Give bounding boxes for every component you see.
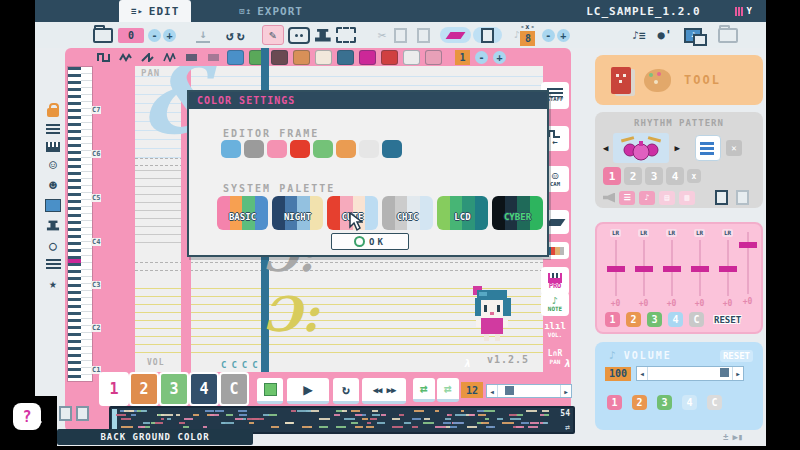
loop-play-button[interactable]: ↻ bbox=[333, 378, 359, 404]
speaker-icon[interactable] bbox=[603, 193, 615, 203]
eraser-instrument-icon[interactable] bbox=[403, 50, 420, 65]
palette-cyber-button[interactable]: CYBER bbox=[492, 196, 543, 230]
volume-track-2-button[interactable]: 2 bbox=[632, 395, 647, 410]
frame-swatch-3[interactable] bbox=[267, 140, 287, 158]
redo-icon[interactable]: ↻ bbox=[237, 26, 245, 44]
volume-track-4-button[interactable]: 4 bbox=[682, 395, 697, 410]
seek-buttons[interactable]: ◀◀▶▶ bbox=[362, 378, 406, 404]
volume-thumb[interactable] bbox=[720, 368, 729, 377]
help-bubble[interactable]: ? bbox=[13, 403, 41, 430]
volume-up-icon[interactable]: ▶ bbox=[732, 367, 743, 380]
pan-slider-track1[interactable]: LR +0 bbox=[605, 229, 626, 308]
rhythm-paste-icon[interactable] bbox=[736, 190, 749, 205]
duck-instrument-icon[interactable] bbox=[293, 50, 310, 65]
bomb-icon[interactable]: ●' bbox=[658, 26, 672, 44]
page-minus-button[interactable]: - bbox=[148, 29, 161, 42]
note-mode-button[interactable]: ♪ NOTE bbox=[541, 292, 569, 316]
grid-minus-button[interactable]: - bbox=[542, 29, 555, 42]
pan-reset-button[interactable]: RESET bbox=[714, 315, 741, 325]
cat-instrument-icon[interactable] bbox=[315, 50, 332, 65]
track-tab-2[interactable]: 2 bbox=[129, 372, 159, 406]
pan-slider-handle[interactable] bbox=[691, 266, 709, 272]
pan-track-1-button[interactable]: 1 bbox=[605, 312, 620, 327]
smiley-icon[interactable]: ☺ bbox=[49, 159, 57, 172]
volume-down-icon[interactable]: ◀ bbox=[637, 367, 648, 380]
library-folder-icon[interactable] bbox=[718, 28, 738, 43]
song-window-icon[interactable]: ♪ bbox=[684, 28, 702, 43]
frame-swatch-2[interactable] bbox=[244, 140, 264, 158]
stamp-icon[interactable] bbox=[47, 220, 60, 230]
piano-keys[interactable] bbox=[68, 67, 81, 381]
frame-swatch-5[interactable] bbox=[313, 140, 333, 158]
volume-track-c-button[interactable]: C bbox=[707, 395, 722, 410]
pan-slider-track4[interactable]: LR +0 bbox=[689, 229, 710, 308]
stamp-tool-icon[interactable] bbox=[315, 29, 331, 42]
paste-icon[interactable] bbox=[417, 28, 430, 43]
frame-swatch-8[interactable] bbox=[382, 140, 402, 158]
face-icon[interactable]: ☻ bbox=[49, 179, 57, 192]
volume-track-3-button[interactable]: 3 bbox=[657, 395, 672, 410]
piano-icon[interactable] bbox=[46, 142, 60, 152]
pan-master-slider[interactable]: +0 bbox=[737, 232, 758, 306]
circle-icon[interactable]: ○ bbox=[49, 239, 57, 252]
frame-swatch-7[interactable] bbox=[359, 140, 379, 158]
grid-plus-button[interactable]: + bbox=[557, 29, 570, 42]
footer-paste-icon[interactable] bbox=[76, 406, 89, 421]
pan-slider-track3[interactable]: LR +0 bbox=[661, 229, 682, 308]
pro-mode-button[interactable]: PRO bbox=[541, 267, 569, 295]
save-icon[interactable]: ↓ bbox=[196, 27, 210, 43]
copy-icon[interactable] bbox=[394, 28, 407, 43]
rhythm-mode-a-button[interactable]: ▤ bbox=[659, 191, 675, 205]
play-button[interactable]: ▶ bbox=[287, 378, 329, 404]
square-wave-icon[interactable] bbox=[95, 51, 112, 64]
crab-instrument-icon[interactable] bbox=[381, 50, 398, 65]
lock-icon[interactable] bbox=[47, 108, 59, 117]
footer-copy-icon[interactable] bbox=[59, 406, 72, 421]
pan-slider-handle[interactable] bbox=[663, 266, 681, 272]
track-tab-3[interactable]: 3 bbox=[159, 372, 189, 406]
palette-lcd-button[interactable]: LCD bbox=[437, 196, 488, 230]
hand-instrument-icon[interactable] bbox=[359, 50, 376, 65]
scroll-left-icon[interactable]: ◀ bbox=[487, 385, 498, 397]
color-palette-icon[interactable] bbox=[644, 69, 671, 92]
pencil-tool-icon[interactable]: ✎ bbox=[262, 25, 284, 45]
palette-night-button[interactable]: NIGHT bbox=[272, 196, 323, 230]
sine-wave-icon[interactable] bbox=[117, 51, 134, 64]
wave-instrument-icon[interactable] bbox=[337, 50, 354, 65]
ok-button[interactable]: OK bbox=[331, 233, 409, 250]
undo-icon[interactable]: ↺ bbox=[226, 26, 234, 44]
track-tab-4[interactable]: 4 bbox=[189, 372, 219, 406]
track-tab-chord[interactable]: C bbox=[219, 372, 249, 406]
palette-basic-button[interactable]: BASIC bbox=[217, 196, 268, 230]
rhythm-next-icon[interactable]: ▶ bbox=[674, 143, 679, 153]
pan-slider-handle[interactable] bbox=[607, 266, 625, 272]
page-plus-button[interactable]: + bbox=[163, 29, 176, 42]
drum-instrument-icon[interactable] bbox=[271, 50, 288, 65]
rhythm-pattern-preview[interactable] bbox=[613, 133, 669, 163]
rhythm-mode-list-button[interactable]: ☰ bbox=[619, 191, 635, 205]
scroll-right-icon[interactable]: ▶ bbox=[560, 385, 571, 397]
select-tool-icon[interactable] bbox=[336, 27, 356, 43]
pan-slider-handle[interactable] bbox=[719, 266, 737, 272]
rhythm-prev-icon[interactable]: ◀ bbox=[603, 143, 608, 153]
rhythm-slot-3[interactable]: 3 bbox=[645, 167, 663, 185]
checker-wave-icon[interactable] bbox=[205, 51, 222, 64]
step-play-icon[interactable]: ▶▮ bbox=[732, 432, 743, 442]
saw-wave-icon[interactable] bbox=[139, 51, 156, 64]
eraser-tool-icon[interactable] bbox=[440, 27, 471, 43]
volume-track-1-button[interactable]: 1 bbox=[607, 395, 622, 410]
palette-chic-button[interactable]: CHIC bbox=[382, 196, 433, 230]
tab-export[interactable]: ⊡↥ EXPORT bbox=[227, 0, 315, 22]
rhythm-slot-4[interactable]: 4 bbox=[666, 167, 684, 185]
noise-wave-icon[interactable] bbox=[183, 51, 200, 64]
keyboard-icon[interactable] bbox=[45, 199, 61, 212]
cut-icon[interactable]: ✂ bbox=[378, 26, 386, 44]
track-tab-1[interactable]: 1 bbox=[99, 372, 129, 406]
list-icon[interactable] bbox=[46, 259, 61, 270]
loop-mode-alt-button[interactable]: ⇄ bbox=[437, 378, 459, 402]
pan-track-c-button[interactable]: C bbox=[689, 312, 704, 327]
frame-swatch-6[interactable] bbox=[336, 140, 356, 158]
pan-track-3-button[interactable]: 3 bbox=[647, 312, 662, 327]
open-file-icon[interactable] bbox=[93, 28, 113, 43]
staff-lines-icon[interactable] bbox=[46, 124, 60, 135]
